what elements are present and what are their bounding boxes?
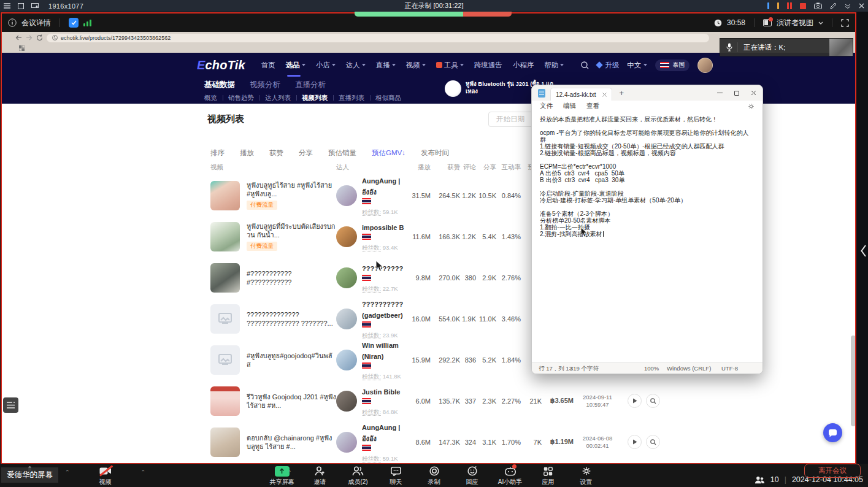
pause-recording-button[interactable] <box>787 2 792 9</box>
leave-meeting-button[interactable]: 离开会议 <box>804 464 861 478</box>
talent-name[interactable]: AungAung | อังอัง <box>362 177 400 196</box>
video-title[interactable]: ?????????????? ?????????????? ???????... <box>247 310 336 328</box>
notes-panel-toggle[interactable] <box>3 397 18 413</box>
stop-recording-button[interactable] <box>800 3 806 9</box>
video-title[interactable]: #??????????? #??????????? #????????????.… <box>247 269 336 286</box>
user-avatar[interactable] <box>697 58 713 73</box>
browser-forward-icon[interactable] <box>26 35 33 40</box>
share-screen-button[interactable]: ⌃ 共享屏幕 <box>265 466 299 486</box>
subnav-item[interactable]: 销售趋势 <box>223 94 259 102</box>
video-thumbnail[interactable] <box>210 181 240 210</box>
invite-button[interactable]: 邀请 <box>303 466 337 486</box>
subnav-item[interactable]: 直播列表 <box>333 94 370 102</box>
talent-name[interactable]: AungAung | อังอัง <box>362 424 400 442</box>
settings-button[interactable]: 设置 <box>569 466 604 486</box>
chat-button[interactable]: 聊天 <box>379 466 413 486</box>
page-scrollbar[interactable] <box>851 336 855 426</box>
video-table-row[interactable]: รีวิวหูฟัง Goojodoq J201 #หูฟังไร้สาย #ห… <box>207 380 674 421</box>
subnav-item[interactable]: 达人列表 <box>259 94 296 102</box>
notepad-text-area[interactable]: 投放的本质是把精准人群流量买回来，展示优质素材，然后转化！ ocpm -平台为了… <box>532 112 762 362</box>
apps-button[interactable]: 应用 <box>531 466 566 486</box>
chevron-collapse-icon[interactable] <box>845 3 851 9</box>
share-options-chevron[interactable]: ⌃ <box>288 470 292 475</box>
talent-name[interactable]: Win william(Niran) <box>362 342 399 360</box>
window-icon[interactable] <box>18 3 24 9</box>
video-thumbnail[interactable] <box>210 386 240 416</box>
address-bar[interactable]: echotik.live/products/172994342350386256… <box>47 34 709 42</box>
video-table-row[interactable]: ตอบกลับ @chainarong #หูฟังบลูทูธ ไร้สาย … <box>207 421 674 462</box>
video-title[interactable]: #หูฟังบลูทูธ#goojodoq#วินพลัส <box>247 351 336 369</box>
sort-option[interactable]: 获赞 <box>269 148 283 158</box>
record-button[interactable]: 录制 <box>417 466 451 486</box>
subnav-item[interactable]: 相似商品 <box>370 94 407 102</box>
reactions-button[interactable]: 回应 <box>455 466 490 486</box>
nav-item[interactable]: 直播 <box>376 61 396 70</box>
hamburger-menu-icon[interactable] <box>4 3 10 9</box>
speaker-view-icon[interactable] <box>763 19 772 26</box>
menu-file[interactable]: 文件 <box>540 102 553 110</box>
close-window-icon[interactable] <box>751 90 756 96</box>
nav-item[interactable]: 达人 <box>346 61 366 70</box>
talent-avatar[interactable] <box>336 391 357 412</box>
subnav-item[interactable]: 概览 <box>204 94 223 102</box>
security-shield-icon[interactable] <box>69 18 79 28</box>
nav-item[interactable]: 选品 <box>286 61 305 70</box>
echotik-logo[interactable]: EchoTik <box>197 58 245 72</box>
play-video-button[interactable] <box>628 435 642 449</box>
region-selector[interactable]: 泰国 <box>655 59 689 71</box>
talent-name[interactable]: Justin Bible <box>362 388 400 396</box>
participants-icon[interactable] <box>755 476 765 484</box>
annotate-pencil-icon[interactable] <box>830 2 837 9</box>
tab-close-icon[interactable] <box>602 93 607 97</box>
talent-name[interactable]: ?????????? (gadgetbeer) <box>362 301 403 319</box>
search-video-button[interactable] <box>646 435 660 449</box>
video-thumbnail[interactable] <box>210 345 240 375</box>
browser-back-icon[interactable] <box>15 35 22 40</box>
talent-avatar[interactable] <box>336 185 357 206</box>
talent-avatar[interactable] <box>336 267 357 288</box>
video-thumbnail[interactable] <box>210 304 240 334</box>
talent-avatar[interactable] <box>336 350 357 370</box>
video-thumbnail[interactable] <box>210 222 240 251</box>
talent-name[interactable]: ?????????? <box>362 265 403 272</box>
nav-item[interactable]: 帮助 <box>544 61 564 70</box>
zoom-level[interactable]: 100% <box>644 365 659 372</box>
menu-edit[interactable]: 编辑 <box>563 102 576 110</box>
browser-reload-icon[interactable] <box>36 34 43 41</box>
analysis-tab[interactable]: 直播分析 <box>295 80 326 90</box>
close-recorder-icon[interactable] <box>859 3 864 9</box>
talent-name[interactable]: impossible B <box>362 224 404 231</box>
analysis-tab[interactable]: 视频分析 <box>250 80 280 90</box>
settings-gear-icon[interactable] <box>748 103 755 110</box>
sort-option[interactable]: 播放 <box>240 148 254 158</box>
meeting-details-label[interactable]: 会议详情 <box>21 18 51 28</box>
video-title[interactable]: รีวิวหูฟัง Goojodoq J201 #หูฟังไร้สาย #ห… <box>247 393 336 410</box>
nav-item[interactable]: 首页 <box>261 61 275 70</box>
maximize-icon[interactable] <box>734 91 739 96</box>
talent-avatar[interactable] <box>336 226 357 247</box>
fullscreen-icon[interactable] <box>841 19 849 27</box>
sort-option[interactable]: 预估GMV↓ <box>372 148 405 158</box>
talent-avatar[interactable] <box>336 432 357 453</box>
nav-item[interactable]: 小程序 <box>513 61 534 70</box>
sort-option[interactable]: 分享 <box>299 148 313 158</box>
ai-assistant-button[interactable]: AI小助手 <box>493 466 528 486</box>
notepad-titlebar[interactable]: 12.4-ads-kk.txt + <box>532 85 762 101</box>
sort-option[interactable]: 发布时间 <box>421 148 449 158</box>
minimize-icon[interactable] <box>717 93 723 93</box>
nav-item[interactable]: 工具 <box>436 61 464 70</box>
play-video-button[interactable] <box>628 394 642 408</box>
video-title[interactable]: หูฟังบลูทูธที่มีระบบตัดเสียงรบกวน กันน้ำ… <box>247 222 336 239</box>
screenshot-camera-icon[interactable] <box>814 2 822 9</box>
info-icon[interactable] <box>8 18 17 27</box>
cast-screen-icon[interactable] <box>31 3 39 9</box>
chevron-down-icon[interactable] <box>818 21 823 25</box>
notepad-tab[interactable]: 12.4-ads-kk.txt <box>550 88 612 101</box>
subnav-item[interactable]: 视频列表 <box>296 94 333 102</box>
participants-count[interactable]: 10 <box>770 475 779 484</box>
members-button[interactable]: 成员(2) <box>341 466 375 486</box>
video-title[interactable]: ตอบกลับ @chainarong #หูฟังบลูทูธ ไร้สาย … <box>247 434 336 451</box>
search-icon[interactable] <box>581 61 589 69</box>
nav-item[interactable]: 小店 <box>316 61 336 70</box>
nav-item[interactable]: 视频 <box>406 61 426 70</box>
